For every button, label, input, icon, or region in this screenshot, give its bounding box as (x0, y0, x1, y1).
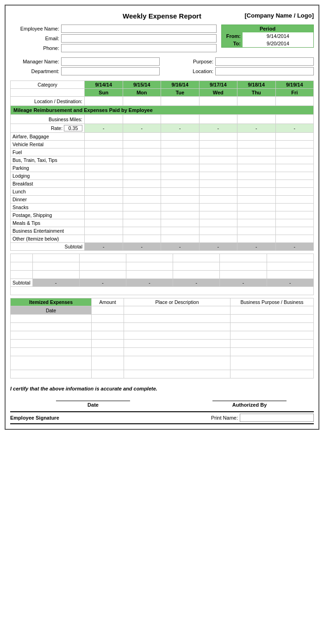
cat-1-day-1[interactable] (123, 141, 161, 149)
cat-5-day-4[interactable] (237, 172, 276, 180)
cat-3-day-4[interactable] (237, 156, 276, 164)
cat-5-day-0[interactable] (85, 172, 123, 180)
cat-7-day-4[interactable] (237, 188, 276, 196)
cat-8-day-3[interactable] (199, 196, 237, 204)
cat-10-day-2[interactable] (161, 211, 199, 219)
phone-input[interactable] (61, 44, 217, 52)
itemized-purpose-0[interactable] (231, 306, 314, 315)
cat-10-day-5[interactable] (275, 211, 314, 219)
cat-8-day-0[interactable] (85, 196, 123, 204)
cat-7-day-3[interactable] (199, 188, 237, 196)
cat-10-day-1[interactable] (123, 211, 161, 219)
miles-cell-4[interactable] (237, 115, 276, 124)
cat-9-day-1[interactable] (123, 204, 161, 211)
cat-9-day-4[interactable] (237, 204, 276, 211)
cat-11-day-0[interactable] (85, 219, 123, 227)
cat-5-day-2[interactable] (161, 172, 199, 180)
cat-7-day-0[interactable] (85, 188, 123, 196)
cat-4-day-0[interactable] (85, 164, 123, 172)
cat-8-day-4[interactable] (237, 196, 276, 204)
cat-1-day-0[interactable] (85, 141, 123, 149)
location-cell-5[interactable] (275, 97, 314, 106)
cat-13-day-5[interactable] (275, 235, 314, 243)
cat-13-day-3[interactable] (199, 235, 237, 243)
cat-2-day-3[interactable] (199, 149, 237, 156)
cat-9-day-3[interactable] (199, 204, 237, 211)
location-cell-1[interactable] (123, 97, 161, 106)
cat-2-day-2[interactable] (161, 149, 199, 156)
cat-12-day-2[interactable] (161, 227, 199, 235)
cat-0-day-0[interactable] (85, 133, 123, 141)
cat-3-day-1[interactable] (123, 156, 161, 164)
cat-13-day-2[interactable] (161, 235, 199, 243)
cat-2-day-4[interactable] (237, 149, 276, 156)
cat-11-day-3[interactable] (199, 219, 237, 227)
cat-11-day-4[interactable] (237, 219, 276, 227)
location-cell-4[interactable] (237, 97, 276, 106)
cat-6-day-1[interactable] (123, 180, 161, 188)
cat-4-day-5[interactable] (275, 164, 314, 172)
cat-2-day-1[interactable] (123, 149, 161, 156)
cat-0-day-4[interactable] (237, 133, 276, 141)
cat-11-day-5[interactable] (275, 219, 314, 227)
itemized-place-0[interactable] (124, 306, 231, 315)
cat-11-day-2[interactable] (161, 219, 199, 227)
cat-6-day-3[interactable] (199, 180, 237, 188)
cat-9-day-2[interactable] (161, 204, 199, 211)
cat-6-day-4[interactable] (237, 180, 276, 188)
manager-input[interactable] (61, 57, 160, 66)
cat-9-day-0[interactable] (85, 204, 123, 211)
location-cell-0[interactable] (85, 97, 123, 106)
cat-6-day-2[interactable] (161, 180, 199, 188)
cat-5-day-1[interactable] (123, 172, 161, 180)
cat-10-day-4[interactable] (237, 211, 276, 219)
miles-cell-0[interactable] (85, 115, 123, 124)
cat-10-day-3[interactable] (199, 211, 237, 219)
cat-8-day-1[interactable] (123, 196, 161, 204)
purpose-input[interactable] (215, 57, 314, 66)
cat-3-day-0[interactable] (85, 156, 123, 164)
cat-4-day-3[interactable] (199, 164, 237, 172)
cat-1-day-2[interactable] (161, 141, 199, 149)
location-cell-2[interactable] (161, 97, 199, 106)
cat-12-day-1[interactable] (123, 227, 161, 235)
department-input[interactable] (61, 67, 160, 75)
itemized-amount-0[interactable] (92, 306, 124, 315)
cat-6-day-5[interactable] (275, 180, 314, 188)
cat-9-day-5[interactable] (275, 204, 314, 211)
cat-6-day-0[interactable] (85, 180, 123, 188)
cat-10-day-0[interactable] (85, 211, 123, 219)
cat-3-day-5[interactable] (275, 156, 314, 164)
cat-0-day-5[interactable] (275, 133, 314, 141)
cat-11-day-1[interactable] (123, 219, 161, 227)
cat-4-day-4[interactable] (237, 164, 276, 172)
employee-name-input[interactable] (61, 25, 217, 33)
cat-7-day-5[interactable] (275, 188, 314, 196)
cat-12-day-5[interactable] (275, 227, 314, 235)
cat-1-day-3[interactable] (199, 141, 237, 149)
cat-2-day-0[interactable] (85, 149, 123, 156)
rate-input[interactable] (64, 125, 82, 131)
cat-13-day-1[interactable] (123, 235, 161, 243)
cat-12-day-3[interactable] (199, 227, 237, 235)
cat-0-day-2[interactable] (161, 133, 199, 141)
cat-8-day-2[interactable] (161, 196, 199, 204)
cat-13-day-0[interactable] (85, 235, 123, 243)
miles-cell-1[interactable] (123, 115, 161, 124)
cat-1-day-4[interactable] (237, 141, 276, 149)
cat-12-day-4[interactable] (237, 227, 276, 235)
cat-8-day-5[interactable] (275, 196, 314, 204)
cat-3-day-2[interactable] (161, 156, 199, 164)
cat-1-day-5[interactable] (275, 141, 314, 149)
cat-7-day-1[interactable] (123, 188, 161, 196)
cat-3-day-3[interactable] (199, 156, 237, 164)
location-cell-3[interactable] (199, 97, 237, 106)
cat-13-day-4[interactable] (237, 235, 276, 243)
cat-4-day-1[interactable] (123, 164, 161, 172)
cat-12-day-0[interactable] (85, 227, 123, 235)
cat-0-day-1[interactable] (123, 133, 161, 141)
cat-7-day-2[interactable] (161, 188, 199, 196)
miles-cell-2[interactable] (161, 115, 199, 124)
email-input[interactable] (61, 34, 217, 43)
cat-4-day-2[interactable] (161, 164, 199, 172)
